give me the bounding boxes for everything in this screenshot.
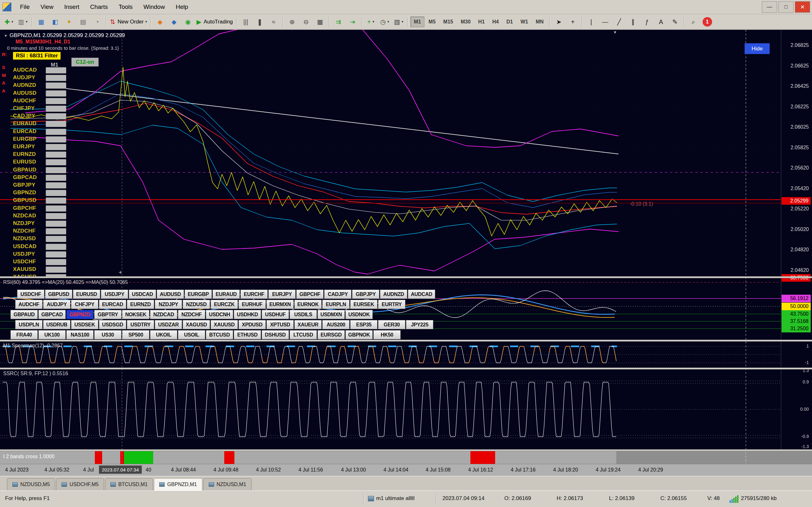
rsi-grid-aus200[interactable]: AUS200	[322, 320, 350, 329]
collapse-icon[interactable]: ▼	[4, 34, 8, 38]
menu-file[interactable]: File	[14, 0, 35, 14]
rsi-grid-gbpaud[interactable]: GBPAUD	[10, 310, 38, 319]
rsi-grid-eurczk[interactable]: EURCZK	[211, 300, 238, 309]
rsi-grid-uk100[interactable]: UK100	[38, 330, 66, 339]
panel-divider[interactable]	[0, 340, 812, 342]
trendline[interactable]	[57, 88, 618, 154]
rsi-grid-fra40[interactable]: FRA40	[10, 330, 38, 339]
rsi-grid-gbpjpy[interactable]: GBPJPY	[352, 290, 379, 299]
rsi-grid-btcusd[interactable]: BTCUSD	[206, 330, 233, 339]
watch-status-button[interactable]	[46, 136, 66, 143]
watch-status-button[interactable]	[46, 244, 66, 250]
timeframe-h4-button[interactable]: H4	[489, 16, 502, 27]
rsi-grid-usdrub[interactable]: USDRUB	[43, 320, 70, 329]
watch-status-button[interactable]	[46, 236, 66, 242]
maximize-button[interactable]: □	[778, 1, 794, 13]
periods-button[interactable]: ◷▾	[378, 16, 392, 28]
new-chart-button[interactable]: ✚▾	[2, 16, 15, 28]
auto-scroll-button[interactable]: ⇉	[332, 16, 345, 28]
bar-chart-button[interactable]: |||	[239, 16, 252, 28]
watch-status-button[interactable]	[46, 113, 66, 119]
rsi-grid-ltcusd[interactable]: LTCUSD	[290, 330, 317, 339]
rsi-grid-usdtry[interactable]: USDTRY	[127, 320, 154, 329]
spearman-subwindow[interactable]: M1 Spearman(12) -0.2867	[0, 342, 781, 368]
trendline-button[interactable]: ╱	[612, 16, 626, 28]
rsi-grid-gbpusd[interactable]: GBPUSD	[45, 290, 72, 299]
rsi-grid-nzdusd[interactable]: NZDUSD	[183, 300, 210, 309]
menu-view[interactable]: View	[35, 0, 59, 14]
rsi-grid-chfjpy[interactable]: CHFJPY	[71, 300, 98, 309]
watch-status-button[interactable]	[46, 67, 66, 73]
rsi-grid-usoil[interactable]: USOIL	[178, 330, 205, 339]
chart-shift-button[interactable]: ⇥	[346, 16, 359, 28]
horizontal-line-button[interactable]: —	[599, 16, 612, 28]
rsi-grid-usdcnh[interactable]: USDCNH	[206, 310, 233, 319]
rsi-subwindow[interactable]: RSI(60) 49.3795 =>MA(20) 50.4025 =>MA(50…	[0, 278, 781, 340]
fibonacci-button[interactable]: ƒ	[641, 16, 654, 28]
timeframe-h1-button[interactable]: H1	[475, 16, 488, 27]
rsi-grid-audchf[interactable]: AUDCHF	[15, 300, 43, 309]
watch-status-button[interactable]	[46, 182, 66, 188]
rsi-grid-eurnok[interactable]: EURNOK	[294, 300, 322, 309]
watch-status-button[interactable]	[46, 221, 66, 227]
rsi-grid-us30[interactable]: US30	[94, 330, 121, 339]
watch-status-button[interactable]	[46, 259, 66, 265]
watch-status-button[interactable]	[46, 251, 66, 258]
main-chart-panel[interactable]: ▼GBPNZD,M1 2.05299 2.05299 2.05299 2.052…	[0, 30, 781, 276]
c12-toggle[interactable]: C12-on	[71, 58, 99, 66]
tile-windows-button[interactable]: ▦	[313, 16, 327, 28]
scripts-button[interactable]: ◆	[167, 16, 181, 28]
menu-charts[interactable]: Charts	[85, 0, 113, 14]
time-axis[interactable]: 2023.07.04 07:34 4 Jul 20234 Jul 05:324 …	[0, 464, 812, 476]
timeframe-m30-button[interactable]: M30	[457, 16, 474, 27]
watch-status-button[interactable]	[46, 144, 66, 150]
watch-status-button[interactable]	[46, 175, 66, 181]
rsi-grid-gbptry[interactable]: GBPTRY	[94, 310, 121, 319]
zoom-in-button[interactable]: ⊕	[286, 16, 299, 28]
watch-status-button[interactable]	[46, 159, 66, 165]
price-scale-column[interactable]: 2.068252.066252.064252.062252.060252.058…	[781, 30, 812, 451]
rsi-grid-usdchf[interactable]: USDCHF	[17, 290, 44, 299]
rsi-grid-cadjpy[interactable]: CADJPY	[324, 290, 351, 299]
rsi-grid-eurchf[interactable]: EURCHF	[241, 290, 268, 299]
data-window-button[interactable]: ◧	[49, 16, 62, 28]
rsi-grid-nzdchf[interactable]: NZDCHF	[178, 310, 205, 319]
rsi-grid-hk50[interactable]: HK50	[373, 330, 401, 339]
timeframe-w1-button[interactable]: W1	[517, 16, 531, 27]
rsi-grid-usdils[interactable]: USDILS	[290, 310, 317, 319]
rsi-grid-eurmxn[interactable]: EURMXN	[266, 300, 294, 309]
rsi-grid-sp500[interactable]: SP500	[122, 330, 149, 339]
chart-tab-btcusd-m1[interactable]: BTCUSD,M1	[105, 478, 153, 491]
chart-tab-nzdusd-m1[interactable]: NZDUSD,M1	[203, 478, 252, 491]
watch-status-button[interactable]	[46, 205, 66, 212]
rsi-grid-usdhuf[interactable]: USDHUF	[262, 310, 289, 319]
chart-tab-usdchf-m5[interactable]: USDCHF,M5	[56, 478, 104, 491]
rsi-grid-xagusd[interactable]: XAGUSD	[183, 320, 210, 329]
rsi-grid-usdcad[interactable]: USDCAD	[129, 290, 156, 299]
menu-tools[interactable]: Tools	[113, 0, 138, 14]
terminal-button[interactable]: ▤	[77, 16, 90, 28]
watch-status-button[interactable]	[46, 90, 66, 97]
autotrading-button[interactable]: ▶AutoTrading	[195, 16, 234, 28]
watch-status-button[interactable]	[46, 213, 66, 219]
strategy-tester-button[interactable]: ◔	[90, 16, 104, 28]
rsi-grid-xptusd[interactable]: XPTUSD	[266, 320, 294, 329]
new-order-button[interactable]: ⇅New Order▾	[109, 16, 148, 28]
rsi-grid-usdnok[interactable]: USDNOK	[345, 310, 373, 319]
rsi-grid-nzdjpy[interactable]: NZDJPY	[155, 300, 182, 309]
rsi-grid-eurcad[interactable]: EURCAD	[99, 300, 126, 309]
rsi-grid-audusd[interactable]: AUDUSD	[157, 290, 184, 299]
rsi-grid-gbpchf[interactable]: GBPCHF	[296, 290, 323, 299]
status-profile-label[interactable]: m1 ultimate alllll	[376, 495, 415, 502]
rsi-grid-usdjpy[interactable]: USDJPY	[101, 290, 128, 299]
timeframe-d1-button[interactable]: D1	[503, 16, 516, 27]
candlestick-chart-button[interactable]: ❚	[253, 16, 266, 28]
rsi-grid-usdzar[interactable]: USDZAR	[155, 320, 182, 329]
watch-status-button[interactable]	[46, 98, 66, 104]
chart-tab-nzdusd-m5[interactable]: NZDUSD,M5	[7, 478, 55, 491]
watch-status-button[interactable]	[46, 82, 66, 89]
rsi-grid-eurnzd[interactable]: EURNZD	[127, 300, 154, 309]
templates-button[interactable]: ▧▾	[392, 16, 405, 28]
rsi-grid-esp35[interactable]: ESP35	[350, 320, 377, 329]
notifications-button[interactable]: 1	[701, 16, 714, 28]
